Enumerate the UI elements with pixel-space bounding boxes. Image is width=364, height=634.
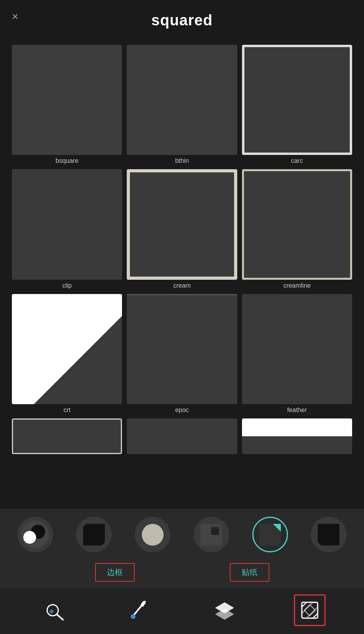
brush-button[interactable] [124, 594, 155, 626]
list-item[interactable]: carc [242, 45, 352, 164]
filter-thumb-epoc [127, 294, 237, 404]
filter-label: clip [62, 282, 72, 289]
strip-icon-3[interactable] [135, 517, 170, 552]
strip-thumb-3 [142, 524, 164, 546]
list-item[interactable]: feather [242, 294, 352, 414]
filter-label: creamline [283, 282, 311, 289]
icon-strip [0, 509, 364, 558]
frame-button[interactable] [294, 594, 326, 626]
filter-thumb-row4-2 [127, 418, 237, 454]
filter-label: bsquare [55, 157, 78, 164]
border-tab[interactable]: 边框 [95, 563, 135, 582]
strip-icon-1[interactable] [17, 517, 53, 552]
tab-row: 边框 贴纸 [0, 558, 364, 588]
list-item[interactable]: creamline [242, 169, 352, 289]
strip-thumb-6 [318, 524, 339, 546]
filter-label: bthin [175, 157, 189, 164]
svg-line-2 [57, 614, 63, 620]
list-item[interactable] [242, 418, 352, 454]
filter-label: cream [173, 282, 191, 289]
close-button[interactable]: × [12, 11, 18, 22]
bottom-panel: 边框 贴纸 [0, 509, 364, 634]
filter-thumb-clip [12, 169, 122, 279]
strip-thumb-1 [21, 521, 49, 548]
list-item[interactable] [12, 418, 122, 454]
strip-thumb-4 [200, 524, 222, 546]
list-item[interactable]: cream [127, 169, 237, 289]
filter-thumb-bthin [127, 45, 237, 155]
list-item[interactable]: bthin [127, 45, 237, 164]
strip-icon-4[interactable] [194, 517, 229, 552]
svg-marker-7 [215, 609, 234, 620]
lens-button[interactable] [38, 594, 70, 626]
filter-label: crt [63, 407, 71, 414]
filter-thumb-cream [127, 169, 237, 279]
filter-grid: bsquare bthin carc clip cream creamline … [0, 37, 364, 458]
filter-label: carc [291, 157, 303, 164]
filter-thumb-creamline [242, 169, 352, 279]
svg-point-1 [50, 609, 53, 613]
strip-thumb-5 [259, 524, 281, 546]
list-item[interactable]: crt [12, 294, 122, 414]
list-item[interactable] [127, 418, 237, 454]
list-item[interactable]: clip [12, 169, 122, 289]
sticker-tab[interactable]: 贴纸 [230, 563, 269, 582]
layers-button[interactable] [209, 594, 240, 626]
strip-icon-5[interactable] [252, 517, 288, 552]
filter-thumb-carc [242, 45, 352, 155]
bottom-toolbar [0, 588, 364, 634]
strip-icon-6[interactable] [311, 517, 347, 552]
filter-label: feather [287, 407, 307, 414]
list-item[interactable]: epoc [127, 294, 237, 414]
filter-label: epoc [175, 407, 189, 414]
strip-thumb-2 [83, 524, 105, 546]
header: × squared [0, 0, 364, 37]
list-item[interactable]: bsquare [12, 45, 122, 164]
svg-point-4 [131, 614, 135, 619]
filter-thumb-bsquare [12, 45, 122, 155]
strip-icon-2[interactable] [76, 517, 112, 552]
filter-thumb-feather [242, 294, 352, 404]
filter-thumb-row4-1 [12, 418, 122, 454]
page-title: squared [8, 12, 356, 29]
filter-thumb-row4-3 [242, 418, 352, 454]
filter-thumb-crt [12, 294, 122, 404]
